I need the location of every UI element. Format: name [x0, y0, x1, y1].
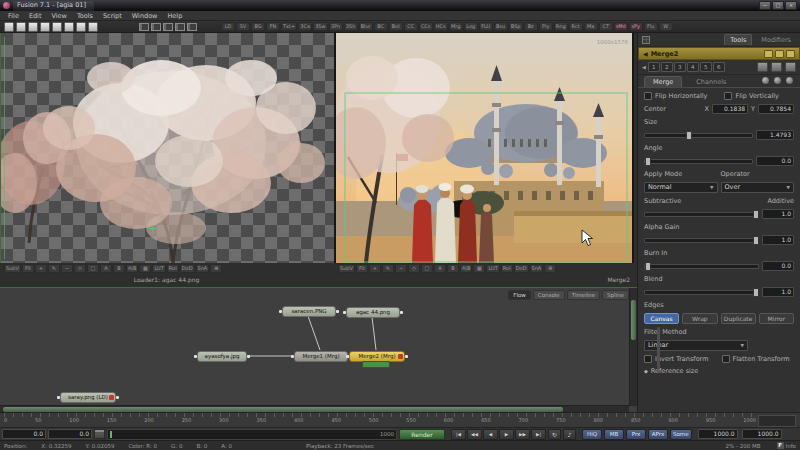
tool-button-ma[interactable]: Ma — [584, 22, 598, 31]
blend-input[interactable]: 1.0 — [762, 287, 794, 297]
menu-view[interactable]: View — [47, 12, 70, 20]
viewer-button--[interactable]: ⊞ — [210, 264, 222, 273]
viewer-button-roi[interactable]: RoI — [167, 264, 179, 273]
new-comp-icon[interactable] — [4, 22, 14, 32]
viewer-button--[interactable]: ✎ — [48, 264, 60, 273]
color-icon[interactable] — [773, 76, 782, 85]
version-button-1[interactable]: 1 — [648, 62, 660, 72]
burn-in-slider-handle[interactable] — [645, 262, 651, 271]
subadd-slider-handle[interactable] — [753, 210, 759, 219]
tool-button-cc[interactable]: CC — [404, 22, 418, 31]
tool-button-ld[interactable]: LD — [221, 22, 235, 31]
tool-button-flu[interactable]: FLU — [479, 22, 493, 31]
flow-vscrollbar[interactable] — [629, 288, 637, 406]
flow-node-merge2-mrg-[interactable]: Merge2 (Mrg) — [349, 351, 405, 362]
pin-icon[interactable] — [786, 50, 795, 58]
version-arrow-icon[interactable]: ◀ — [642, 64, 646, 70]
flow-vscroll-thumb[interactable] — [631, 300, 636, 340]
viewer-button-sna[interactable]: SnA — [196, 264, 210, 273]
tool-button-ccs[interactable]: CCs — [419, 22, 433, 31]
viewer-button--[interactable]: + — [35, 264, 47, 273]
layout-single-icon[interactable] — [139, 23, 149, 31]
copy-icon[interactable] — [52, 22, 62, 32]
tool-button-3pn[interactable]: 3Pn — [329, 22, 343, 31]
cut-icon[interactable] — [40, 22, 50, 32]
toggle-button-mb[interactable]: MB — [604, 429, 624, 440]
transport-button--[interactable]: ◀ — [483, 429, 498, 440]
audio-button[interactable]: ♪ — [563, 429, 576, 440]
menu-file[interactable]: File — [4, 12, 23, 20]
center-y-input[interactable]: 0.7854 — [758, 104, 794, 114]
tool-button-fn[interactable]: FN — [266, 22, 280, 31]
layout-quad-icon[interactable] — [163, 23, 173, 31]
section-expand-icon[interactable]: ◆ — [644, 368, 648, 374]
tool-button-bz[interactable]: Bz — [524, 22, 538, 31]
transport-button--[interactable]: ▶ — [499, 429, 514, 440]
tool-button-3sw[interactable]: 3Sw — [313, 22, 327, 31]
menu-window[interactable]: Window — [128, 12, 162, 20]
minimize-button[interactable]: — — [759, 1, 771, 10]
thumbnail-icon[interactable] — [775, 50, 784, 58]
viewer-button-subv[interactable]: SubV — [4, 264, 21, 273]
reference-size-section[interactable]: ◆ Reference size — [638, 367, 800, 375]
paste-icon[interactable] — [64, 22, 74, 32]
alpha-gain-input[interactable]: 1.0 — [762, 235, 794, 245]
inspector-scrollbar-thumb[interactable] — [657, 327, 660, 369]
viewer-button--[interactable]: ◇ — [408, 264, 420, 273]
flow-node-agac-44-png[interactable]: agac 44.png — [346, 307, 400, 318]
collapse-arrow-icon[interactable]: ◀ — [643, 50, 648, 57]
subadd-slider[interactable] — [644, 212, 759, 217]
viewer-left[interactable] — [0, 33, 334, 263]
tool-button-bc[interactable]: BC — [374, 22, 388, 31]
layout-custom-icon[interactable] — [175, 23, 185, 31]
redo-icon[interactable] — [88, 22, 98, 32]
render-button[interactable]: Render — [399, 429, 445, 440]
settings-icon[interactable] — [785, 76, 794, 85]
render-end-input[interactable]: 1000.0 — [698, 429, 738, 439]
flatten-transform-checkbox[interactable] — [722, 355, 730, 363]
transport-button--[interactable]: |◀ — [451, 429, 466, 440]
viewer-button--[interactable]: ~ — [61, 264, 73, 273]
toggle-button-prx[interactable]: Prx — [626, 429, 646, 440]
alpha-gain-slider[interactable] — [644, 238, 759, 243]
version-button-6[interactable]: 6 — [713, 62, 725, 72]
layout-split-icon[interactable] — [151, 23, 161, 31]
edges-option-duplicate[interactable]: Duplicate — [721, 313, 756, 324]
viewer-button-b[interactable]: B — [447, 264, 459, 273]
wire-icon[interactable] — [757, 62, 768, 72]
panel-grid-icon[interactable] — [642, 36, 650, 44]
flow-node-ayasofya-jpg[interactable]: ayasofya.jpg — [197, 351, 247, 362]
angle-slider-handle[interactable] — [645, 157, 651, 166]
tool-header[interactable]: ◀ Merge2 — [638, 47, 800, 60]
loop-button[interactable]: ↻ — [548, 429, 561, 440]
size-slider-handle[interactable] — [686, 131, 692, 140]
script-icon[interactable] — [761, 76, 770, 85]
operator-dropdown[interactable]: Over▼ — [721, 182, 795, 193]
tool-button-sv[interactable]: SV — [236, 22, 250, 31]
viewer-button--[interactable]: ✎ — [382, 264, 394, 273]
maximize-button[interactable]: □ — [772, 1, 784, 10]
invert-transform-checkbox[interactable] — [644, 355, 652, 363]
viewer-button-a-b[interactable]: A|B — [460, 264, 473, 273]
save-comp-icon[interactable] — [28, 22, 38, 32]
flow-node-saracen-png[interactable]: saracen.PNG — [282, 306, 336, 317]
viewer-button--[interactable]: ▦ — [139, 264, 151, 273]
tab-tools[interactable]: Tools — [724, 34, 752, 45]
open-comp-icon[interactable] — [16, 22, 26, 32]
tool-button-ct[interactable]: CT — [599, 22, 613, 31]
frame-scrubber[interactable]: 1000 — [107, 429, 397, 440]
viewer-button-subv[interactable]: SubV — [338, 264, 355, 273]
version-button-2[interactable]: 2 — [661, 62, 673, 72]
edges-option-canvas[interactable]: Canvas — [644, 313, 679, 324]
tab-channels[interactable]: Channels — [688, 77, 734, 87]
view-indicator-dot[interactable] — [398, 354, 403, 359]
viewer-button-roi[interactable]: RoI — [501, 264, 513, 273]
tool-button-rng[interactable]: Rng — [554, 22, 568, 31]
tool-button-blur[interactable]: Blur — [359, 22, 373, 31]
version-button-5[interactable]: 5 — [700, 62, 712, 72]
blend-slider-handle[interactable] — [753, 288, 759, 297]
viewer-button-a[interactable]: A — [100, 264, 112, 273]
global-end-input[interactable]: 1000.0 — [742, 429, 782, 439]
current-frame-marker[interactable] — [110, 431, 112, 438]
viewer-button--[interactable]: ~ — [395, 264, 407, 273]
